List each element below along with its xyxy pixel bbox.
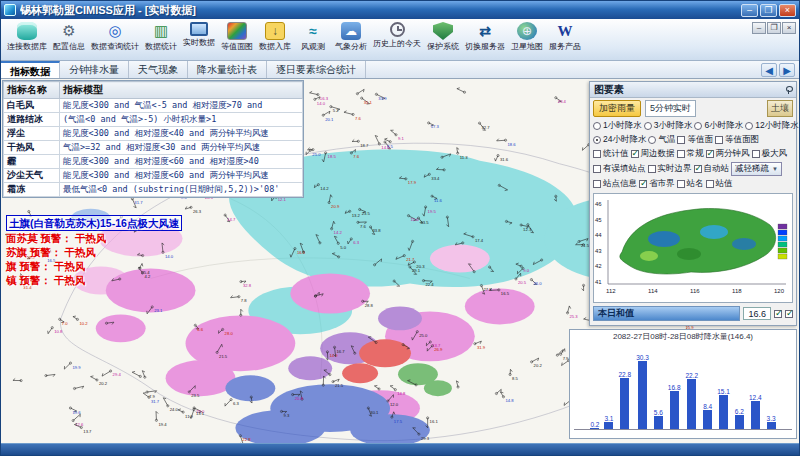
toolbar-data-query-stats[interactable]: ◎数据查询统计 (88, 21, 142, 53)
option-3小时降水[interactable]: 3小时降水 (644, 120, 693, 132)
tab-指标数据[interactable]: 指标数据 (1, 61, 60, 78)
tab-分钟排水量[interactable]: 分钟排水量 (60, 61, 129, 78)
panel-header: 图要素 (590, 82, 796, 98)
indicator-row[interactable]: 浮尘能见度<300 and 相对湿度<40 and 两分钟平均风速 (4, 127, 303, 141)
option-站名[interactable]: 站名 (677, 178, 704, 190)
option-常规[interactable]: 常规 (677, 148, 704, 160)
child-minimize-button[interactable]: – (752, 22, 766, 34)
svg-text:18.7: 18.7 (360, 143, 369, 148)
option-省市界[interactable]: 省市界 (639, 178, 675, 190)
toolbar-service-products[interactable]: W服务产品 (546, 21, 584, 53)
indicator-row[interactable]: 干热风气温>=32 and 相对湿度<30 and 两分钟平均风速 (4, 141, 303, 155)
option-6小时降水[interactable]: 6小时降水 (694, 120, 743, 132)
toolbar-config-info[interactable]: ⚙配置信息 (50, 21, 88, 53)
svg-text:25.0: 25.0 (312, 152, 321, 157)
toolbar-wind-obs[interactable]: ≈风观测 (294, 21, 332, 53)
checkbox-站名 (677, 180, 685, 188)
bar (719, 395, 728, 429)
col-header-indicator-name: 指标名称 (4, 82, 60, 99)
chart-title: 2082-27日08时-28日08时降水量(146.4) (570, 330, 796, 342)
wind-obs-icon: ≈ (303, 22, 323, 40)
svg-text:7.0: 7.0 (62, 321, 68, 326)
satellite-map-icon: ⊕ (517, 22, 537, 40)
daily-sum-value: 16.6 (743, 307, 771, 320)
option-等值面图[interactable]: 等值面图 (715, 134, 759, 146)
child-restore-button[interactable]: ❐ (767, 22, 781, 34)
option-极大风[interactable]: 极大风 (752, 148, 788, 160)
bar-value-label: 5.6 (654, 409, 663, 416)
option-1小时降水[interactable]: 1小时降水 (593, 120, 642, 132)
svg-text:12.0: 12.0 (390, 402, 399, 407)
indicator-row[interactable]: 道路结冰(气温<0 and 气温>-5) 小时积水量>1 (4, 113, 303, 127)
bar-value-label: 22.8 (618, 371, 631, 378)
toolbar-connect-database[interactable]: 连接数据库 (4, 21, 50, 53)
indicator-panel: 指标名称 指标模型 白毛风能见度<300 and 气温<-5 and 相对湿度>… (2, 80, 304, 198)
close-button[interactable]: × (779, 4, 796, 17)
data-query-stats-icon: ◎ (105, 22, 125, 40)
toolbar-data-stats[interactable]: ▥数据统计 (142, 21, 180, 53)
radio-3小时降水 (644, 122, 652, 130)
svg-text:33.5: 33.5 (420, 220, 429, 225)
tab-scroll-left-icon[interactable]: ◀ (761, 63, 777, 77)
svg-text:14.0: 14.0 (317, 101, 326, 106)
option-统计值[interactable]: 统计值 (593, 148, 629, 160)
bar-value-label: 3.1 (604, 415, 613, 422)
toolbar-history-today[interactable]: 历史上的今天 (370, 21, 424, 53)
pin-icon[interactable] (785, 86, 792, 93)
mini-map[interactable]: 112114116118120464544434241 (593, 193, 793, 303)
option-两分钟风[interactable]: 两分钟风 (706, 148, 750, 160)
service-products-icon: W (555, 22, 575, 40)
option-有误填站点[interactable]: 有误填站点 (593, 163, 646, 175)
bar (638, 361, 647, 429)
option-减轻稀疏[interactable]: 减轻稀疏 (731, 162, 782, 176)
alert-text: 旗 预警： 干热风 (6, 260, 85, 272)
child-close-button[interactable]: × (782, 22, 796, 34)
toolbar-satellite-map[interactable]: ⊕卫星地图 (508, 21, 546, 53)
option-气温[interactable]: 气温 (648, 134, 675, 146)
bar (687, 379, 696, 429)
toolbar-weather-analysis[interactable]: ☁气象分析 (332, 21, 370, 53)
svg-text:14.2: 14.2 (334, 230, 343, 235)
indicator-row[interactable]: 霾能见度<300 and 相对湿度<60 and 相对湿度>40 (4, 155, 303, 169)
toolbar-data-import[interactable]: ↓数据入库 (256, 21, 294, 53)
tab-scroll-right-icon[interactable]: ▶ (779, 63, 795, 77)
tab-降水量统计表[interactable]: 降水量统计表 (188, 61, 267, 78)
tab-天气现象[interactable]: 天气现象 (129, 61, 188, 78)
tab-逐日要素综合统计[interactable]: 逐日要素综合统计 (267, 61, 366, 78)
five-min-realtime-button[interactable]: 5分钟实时 (645, 100, 696, 117)
bar-value-label: 6.2 (735, 408, 744, 415)
svg-text:7.9: 7.9 (149, 394, 155, 399)
soil-tab[interactable]: 土壤 (767, 100, 793, 117)
option-自动站[interactable]: 自动站 (694, 163, 730, 175)
indicator-row[interactable]: 白毛风能见度<300 and 气温<-5 and 相对湿度>70 and (4, 99, 303, 113)
option-等值面[interactable]: 等值面 (677, 134, 713, 146)
indicator-row[interactable]: 霜冻最低气温<0 and (substring(日期时间,5,2))>'08' (4, 183, 303, 197)
main-toolbar: 连接数据库⚙配置信息◎数据查询统计▥数据统计实时数据等值面图↓数据入库≈风观测☁… (1, 19, 799, 61)
option-12小时降水[interactable]: 12小时降水 (745, 120, 798, 132)
checkbox-等值面图 (715, 136, 723, 144)
option-站值[interactable]: 站值 (706, 178, 733, 190)
alert-annotations: 土旗(白音勒克苏木)15-16点极大风速面苏莫 预警： 干热风苏旗 预警： 干热… (6, 215, 182, 287)
minimize-button[interactable]: – (741, 4, 758, 17)
daily-check-2[interactable] (785, 310, 793, 318)
radio-1小时降水 (593, 122, 601, 130)
toolbar-switch-server[interactable]: ⇄切换服务器 (462, 21, 508, 53)
maximize-button[interactable]: ❐ (760, 4, 777, 17)
indicator-row[interactable]: 沙尘天气能见度<300 and 相对湿度<60 and 两分钟平均风速 (4, 169, 303, 183)
svg-text:41: 41 (595, 279, 602, 285)
option-站点信息[interactable]: 站点信息 (593, 178, 637, 190)
toolbar-contour-map[interactable]: 等值面图 (218, 21, 256, 53)
option-24小时降水[interactable]: 24小时降水 (593, 134, 646, 146)
option-周边数据[interactable]: 周边数据 (631, 148, 675, 160)
option-实时边界[interactable]: 实时边界 (648, 163, 692, 175)
toolbar-protect-system[interactable]: 保护系统 (424, 21, 462, 53)
alert-text: 土旗(白音勒克苏木)15-16点极大风速 (6, 215, 182, 231)
svg-text:17.9: 17.9 (408, 180, 417, 185)
encrypted-rain-button[interactable]: 加密雨量 (593, 100, 641, 117)
svg-text:45: 45 (595, 217, 602, 223)
svg-text:18.5: 18.5 (328, 154, 337, 159)
daily-check-1[interactable] (774, 310, 782, 318)
svg-text:6.3: 6.3 (353, 240, 359, 245)
svg-text:16.7: 16.7 (337, 349, 346, 354)
toolbar-realtime-data[interactable]: 实时数据 (180, 21, 218, 53)
